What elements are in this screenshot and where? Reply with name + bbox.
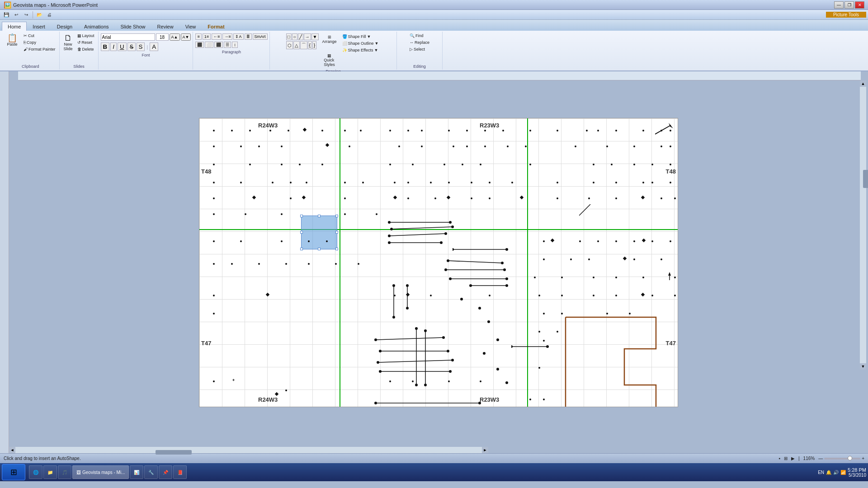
shape-effects-button[interactable]: ✨ Shape Effects ▼ bbox=[340, 47, 381, 53]
justify-button[interactable]: ☰ bbox=[224, 42, 231, 48]
font-color-button[interactable]: A bbox=[150, 42, 158, 51]
tab-animations[interactable]: Animations bbox=[78, 22, 114, 31]
shadow-button[interactable]: S bbox=[137, 42, 145, 51]
zoom-control[interactable]: — + bbox=[818, 456, 864, 461]
align-center-button[interactable]: ⬜ bbox=[205, 42, 213, 48]
more-shapes-button[interactable]: ▼ bbox=[311, 33, 319, 40]
tab-insert[interactable]: Insert bbox=[27, 22, 51, 31]
handle-tr[interactable] bbox=[335, 215, 338, 217]
tab-view[interactable]: View bbox=[179, 22, 202, 31]
shape2-button[interactable]: ⬡ bbox=[286, 41, 293, 49]
font-name-input[interactable] bbox=[101, 33, 155, 41]
taskbar-ie-button[interactable]: 🌐 bbox=[29, 465, 42, 479]
scroll-thumb[interactable] bbox=[863, 170, 868, 188]
delete-button[interactable]: 🗑 Delete bbox=[75, 46, 96, 52]
cut-button[interactable]: ✂ Cut bbox=[22, 33, 57, 39]
tab-format[interactable]: Format bbox=[202, 22, 230, 31]
taskbar-tool3-button[interactable]: 📕 bbox=[173, 465, 187, 479]
zoom-thumb[interactable] bbox=[848, 456, 852, 460]
ellipse-shape-button[interactable]: ○ bbox=[292, 33, 297, 40]
qa-save-button[interactable]: 💾 bbox=[2, 11, 11, 19]
smartart-button[interactable]: SmArt bbox=[253, 33, 268, 40]
paste-button[interactable]: 📋 Paste bbox=[4, 33, 21, 48]
find-button[interactable]: 🔍 Find bbox=[408, 33, 431, 39]
increase-indent-button[interactable]: →≡ bbox=[222, 33, 232, 40]
arrow-shape-button[interactable]: → bbox=[304, 33, 311, 40]
format-painter-button[interactable]: 🖌 Format Painter bbox=[22, 46, 57, 52]
handle-bm[interactable] bbox=[318, 248, 321, 250]
scroll-up-button[interactable]: ▲ bbox=[860, 80, 866, 87]
minimize-button[interactable]: — bbox=[834, 1, 844, 9]
view-normal-button[interactable]: ▪ bbox=[778, 456, 780, 461]
scroll-right-button[interactable]: ► bbox=[482, 447, 488, 453]
handle-mr[interactable] bbox=[335, 231, 338, 234]
qa-undo-button[interactable]: ↩ bbox=[12, 11, 21, 19]
italic-button[interactable]: I bbox=[110, 42, 117, 51]
rectangle-shape-button[interactable]: □ bbox=[286, 33, 292, 40]
view-slidesorter-button[interactable]: ⊞ bbox=[784, 456, 788, 461]
text-direction-button[interactable]: ⇕A bbox=[233, 33, 243, 40]
reset-button[interactable]: ↺ Reset bbox=[75, 39, 96, 46]
strikethrough-button[interactable]: S̶ bbox=[127, 42, 136, 51]
close-button[interactable]: ✕ bbox=[855, 1, 864, 9]
shape6-button[interactable]: } bbox=[312, 41, 316, 49]
zoom-slider[interactable] bbox=[824, 458, 860, 460]
handle-tl[interactable] bbox=[300, 215, 303, 217]
shape-fill-button[interactable]: 🪣 Shape Fill ▼ bbox=[340, 33, 381, 40]
handle-br[interactable] bbox=[335, 248, 338, 250]
shape3-button[interactable]: △ bbox=[293, 41, 300, 49]
new-slide-button[interactable]: 🗋 NewSlide bbox=[62, 33, 75, 52]
tab-home[interactable]: Home bbox=[2, 22, 27, 31]
h-scroll-thumb[interactable] bbox=[156, 450, 192, 455]
replace-button[interactable]: ↔ Replace bbox=[408, 39, 431, 46]
taskbar-tool2-button[interactable]: 📌 bbox=[159, 465, 172, 479]
increase-font-button[interactable]: A▲ bbox=[170, 33, 180, 41]
start-button[interactable]: ⊞ bbox=[2, 464, 25, 480]
shape4-button[interactable]: ⌒ bbox=[300, 41, 307, 49]
zoom-increase-button[interactable]: + bbox=[862, 456, 864, 461]
select-button[interactable]: ▷ Select bbox=[408, 46, 431, 52]
handle-ml[interactable] bbox=[300, 231, 303, 234]
horizontal-scrollbar[interactable]: ◄ ► bbox=[9, 447, 488, 453]
taskbar-excel-button[interactable]: 📊 bbox=[130, 465, 143, 479]
align-text-button[interactable]: ≣ bbox=[245, 33, 252, 40]
bold-button[interactable]: B bbox=[101, 42, 110, 51]
taskbar-tool1-button[interactable]: 🔧 bbox=[144, 465, 158, 479]
taskbar-media-button[interactable]: 🎵 bbox=[58, 465, 71, 479]
decrease-indent-button[interactable]: ←≡ bbox=[212, 33, 222, 40]
copy-button[interactable]: ⎘ Copy bbox=[22, 39, 57, 46]
tab-design[interactable]: Design bbox=[51, 22, 78, 31]
slide-panel[interactable]: R24W3 R23W3 R24W3 R23W3 T48 T47 T48 T47 bbox=[9, 71, 868, 453]
handle-bl[interactable] bbox=[300, 248, 303, 250]
qa-print-button[interactable]: 🖨 bbox=[45, 11, 54, 19]
taskbar-explorer-button[interactable]: 📁 bbox=[43, 465, 57, 479]
underline-button[interactable]: U bbox=[118, 42, 127, 51]
layout-button[interactable]: ▦ Layout bbox=[75, 33, 96, 39]
handle-tm[interactable] bbox=[318, 215, 321, 217]
restore-button[interactable]: ❐ bbox=[844, 1, 854, 9]
shape5-button[interactable]: { bbox=[308, 41, 312, 49]
taskbar-powerpoint-button[interactable]: 🖼 Geovista maps - Mi... bbox=[72, 465, 129, 479]
slide-canvas[interactable]: R24W3 R23W3 R24W3 R23W3 T48 T47 T48 T47 bbox=[199, 118, 678, 407]
selected-shape[interactable] bbox=[301, 216, 337, 249]
qa-open-button[interactable]: 📂 bbox=[35, 11, 44, 19]
line-shape-button[interactable]: ╱ bbox=[298, 33, 303, 40]
scroll-left-button[interactable]: ◄ bbox=[9, 447, 15, 453]
quick-styles-button[interactable]: ▦ QuickStyles bbox=[321, 52, 339, 68]
tab-slideshow[interactable]: Slide Show bbox=[115, 22, 151, 31]
font-size-input[interactable] bbox=[156, 33, 169, 41]
view-presenter-button[interactable]: ▶ bbox=[791, 456, 795, 461]
line-spacing-button[interactable]: ↕ bbox=[232, 42, 238, 48]
numbering-button[interactable]: 1≡ bbox=[203, 33, 211, 40]
vertical-scrollbar[interactable]: ▲ ▼ bbox=[860, 80, 866, 370]
shape-outline-button[interactable]: ⬜ Shape Outline ▼ bbox=[340, 40, 381, 47]
decrease-font-button[interactable]: A▼ bbox=[181, 33, 191, 41]
qa-redo-button[interactable]: ↪ bbox=[22, 11, 31, 19]
arrange-button[interactable]: ⊞ Arrange bbox=[321, 33, 339, 52]
align-left-button[interactable]: ⬛ bbox=[195, 42, 204, 48]
bullets-button[interactable]: ≡ bbox=[195, 33, 201, 40]
brown-boundary-shape[interactable] bbox=[552, 313, 670, 407]
scroll-down-button[interactable]: ▼ bbox=[860, 363, 866, 370]
zoom-decrease-button[interactable]: — bbox=[818, 456, 823, 461]
tab-review[interactable]: Review bbox=[151, 22, 179, 31]
